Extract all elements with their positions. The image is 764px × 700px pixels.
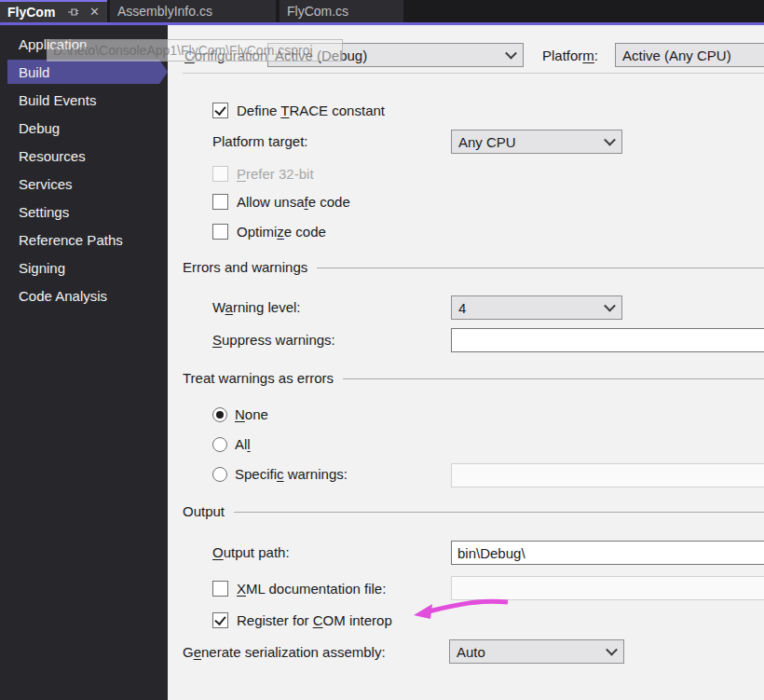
sidebar-item-reference-paths[interactable]: Reference Paths — [0, 226, 168, 254]
suppress-warnings-input[interactable] — [451, 328, 764, 352]
generate-serialization-label: Generate serialization assembly: — [183, 642, 386, 663]
register-com-interop-label[interactable]: Register for COM interop — [237, 611, 392, 631]
annotation-arrow — [412, 596, 512, 625]
chevron-down-icon — [604, 134, 616, 146]
tab-assemblyinfo-label: AssemblyInfo.cs — [117, 4, 212, 19]
tab-flycom-cs[interactable]: FlyCom.cs — [280, 0, 403, 22]
optimize-code-label[interactable]: Optimize code — [237, 222, 326, 242]
close-icon[interactable]: ✕ — [89, 7, 100, 18]
tab-flycom[interactable]: FlyCom ✕ — [0, 0, 107, 22]
pin-icon[interactable] — [67, 7, 79, 18]
prefer-32bit-label: Prefer 32-bit — [237, 164, 314, 185]
radio-none-label[interactable]: None — [235, 405, 268, 425]
allow-unsafe-label[interactable]: Allow unsafe code — [237, 192, 350, 213]
file-path-tooltip: D:\neto\ConsoleApp1\FlyCom\FlyCom.csproj — [47, 39, 343, 62]
generate-serialization-combobox[interactable]: Auto — [449, 639, 624, 664]
optimize-code-checkbox[interactable] — [212, 224, 228, 240]
sidebar-item-build[interactable]: Build — [0, 58, 168, 86]
sidebar-item-services[interactable]: Services — [0, 170, 168, 198]
vs-build-properties-window: { "tabs": { "items": [ {"label": "FlyCom… — [0, 0, 764, 700]
chevron-down-icon — [606, 644, 618, 656]
output-title: Output — [183, 503, 225, 519]
platform-target-combobox[interactable]: Any CPU — [451, 130, 622, 154]
tab-assemblyinfo[interactable]: AssemblyInfo.cs — [110, 0, 276, 22]
radio-specific-warnings-label[interactable]: Specific warnings: — [235, 464, 348, 485]
chevron-down-icon — [604, 300, 616, 312]
header-divider — [183, 73, 764, 74]
platform-combobox[interactable]: Active (Any CPU) — [615, 43, 764, 67]
warning-level-value: 4 — [458, 300, 466, 316]
errors-warnings-section-header: Errors and warnings — [183, 257, 764, 276]
platform-label: Platform: — [542, 46, 598, 66]
suppress-warnings-label: Suppress warnings: — [212, 330, 335, 350]
prefer-32bit-checkbox — [212, 166, 228, 182]
output-path-label: Output path: — [212, 542, 290, 563]
build-page-content: Configuration: Active (Debug) Platform: … — [168, 25, 764, 700]
define-trace-label[interactable]: Define TRACE constant — [237, 101, 385, 121]
chevron-down-icon — [505, 48, 517, 60]
sidebar-item-debug[interactable]: Debug — [0, 114, 168, 142]
platform-target-label: Platform target: — [212, 131, 308, 152]
define-trace-checkbox[interactable] — [212, 103, 228, 118]
tab-flycom-cs-label: FlyCom.cs — [287, 4, 348, 19]
radio-none[interactable] — [212, 407, 227, 422]
section-rule — [234, 512, 764, 513]
output-path-input[interactable] — [451, 541, 764, 565]
radio-all-label[interactable]: All — [235, 434, 251, 455]
treat-warnings-section-header: Treat warnings as errors — [183, 368, 764, 387]
properties-sidebar: Application Build Build Events Debug Res… — [0, 25, 168, 700]
radio-all[interactable] — [212, 437, 227, 452]
sidebar-item-build-events[interactable]: Build Events — [0, 86, 168, 114]
warning-level-combobox[interactable]: 4 — [451, 295, 622, 320]
allow-unsafe-checkbox[interactable] — [212, 194, 228, 210]
generate-serialization-value: Auto — [457, 644, 485, 660]
platform-target-value: Any CPU — [458, 134, 516, 150]
warning-level-label: Warning level: — [212, 297, 301, 318]
section-rule — [343, 378, 764, 379]
errors-warnings-title: Errors and warnings — [183, 259, 307, 275]
specific-warnings-input — [451, 463, 764, 487]
document-tab-strip: FlyCom ✕ AssemblyInfo.cs FlyCom.cs — [0, 0, 764, 22]
platform-value: Active (Any CPU) — [622, 48, 731, 63]
output-section-header: Output — [183, 501, 764, 520]
xml-documentation-label[interactable]: XML documentation file: — [237, 579, 386, 599]
sidebar-item-signing[interactable]: Signing — [0, 254, 168, 281]
xml-documentation-checkbox[interactable] — [212, 581, 228, 597]
sidebar-item-settings[interactable]: Settings — [0, 198, 168, 226]
register-com-interop-checkbox[interactable] — [212, 612, 228, 628]
tab-flycom-label: FlyCom — [7, 5, 55, 20]
radio-specific-warnings[interactable] — [212, 467, 227, 482]
treat-warnings-title: Treat warnings as errors — [183, 370, 334, 386]
sidebar-item-code-analysis[interactable]: Code Analysis — [0, 281, 168, 309]
sidebar-item-resources[interactable]: Resources — [0, 142, 168, 170]
section-rule — [317, 268, 764, 268]
